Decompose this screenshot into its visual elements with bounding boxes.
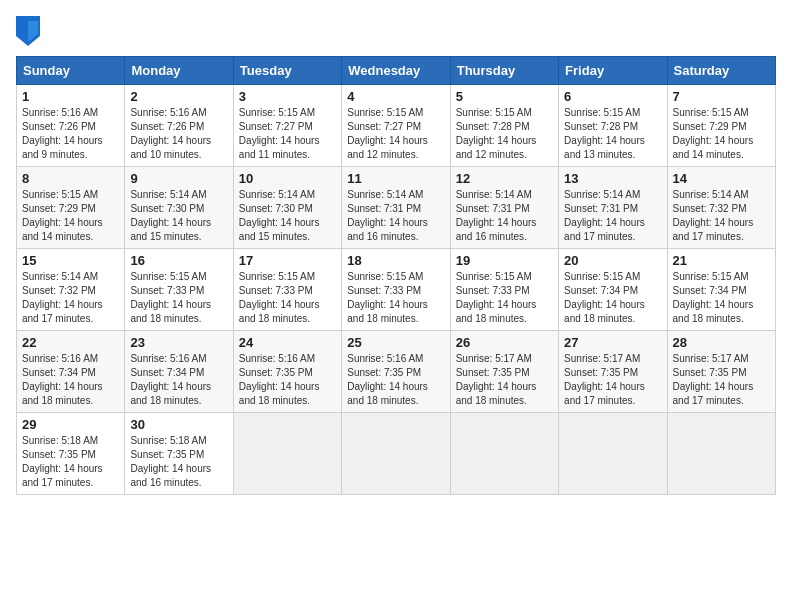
calendar-cell: 21 Sunrise: 5:15 AM Sunset: 7:34 PM Dayl…	[667, 249, 775, 331]
daylight-text: Daylight: 14 hours and 18 minutes.	[130, 381, 211, 406]
day-number: 29	[22, 417, 119, 432]
sunrise-text: Sunrise: 5:15 AM	[239, 271, 315, 282]
sunrise-text: Sunrise: 5:15 AM	[673, 271, 749, 282]
calendar-cell	[450, 413, 558, 495]
calendar-cell: 14 Sunrise: 5:14 AM Sunset: 7:32 PM Dayl…	[667, 167, 775, 249]
day-number: 9	[130, 171, 227, 186]
sunset-text: Sunset: 7:29 PM	[673, 121, 747, 132]
day-info: Sunrise: 5:18 AM Sunset: 7:35 PM Dayligh…	[22, 434, 119, 490]
calendar-cell: 6 Sunrise: 5:15 AM Sunset: 7:28 PM Dayli…	[559, 85, 667, 167]
calendar-cell: 17 Sunrise: 5:15 AM Sunset: 7:33 PM Dayl…	[233, 249, 341, 331]
daylight-text: Daylight: 14 hours and 12 minutes.	[347, 135, 428, 160]
daylight-text: Daylight: 14 hours and 17 minutes.	[22, 463, 103, 488]
calendar-cell: 5 Sunrise: 5:15 AM Sunset: 7:28 PM Dayli…	[450, 85, 558, 167]
daylight-text: Daylight: 14 hours and 18 minutes.	[564, 299, 645, 324]
sunset-text: Sunset: 7:32 PM	[22, 285, 96, 296]
calendar-cell: 15 Sunrise: 5:14 AM Sunset: 7:32 PM Dayl…	[17, 249, 125, 331]
day-number: 17	[239, 253, 336, 268]
daylight-text: Daylight: 14 hours and 18 minutes.	[456, 299, 537, 324]
daylight-text: Daylight: 14 hours and 18 minutes.	[347, 299, 428, 324]
daylight-text: Daylight: 14 hours and 10 minutes.	[130, 135, 211, 160]
day-number: 12	[456, 171, 553, 186]
day-number: 1	[22, 89, 119, 104]
sunrise-text: Sunrise: 5:16 AM	[22, 353, 98, 364]
calendar-week-2: 8 Sunrise: 5:15 AM Sunset: 7:29 PM Dayli…	[17, 167, 776, 249]
day-info: Sunrise: 5:14 AM Sunset: 7:30 PM Dayligh…	[130, 188, 227, 244]
sunrise-text: Sunrise: 5:15 AM	[673, 107, 749, 118]
daylight-text: Daylight: 14 hours and 11 minutes.	[239, 135, 320, 160]
calendar-cell	[559, 413, 667, 495]
sunrise-text: Sunrise: 5:14 AM	[673, 189, 749, 200]
weekday-header-monday: Monday	[125, 57, 233, 85]
sunrise-text: Sunrise: 5:17 AM	[564, 353, 640, 364]
weekday-header-friday: Friday	[559, 57, 667, 85]
day-number: 3	[239, 89, 336, 104]
calendar-cell: 24 Sunrise: 5:16 AM Sunset: 7:35 PM Dayl…	[233, 331, 341, 413]
calendar-cell: 30 Sunrise: 5:18 AM Sunset: 7:35 PM Dayl…	[125, 413, 233, 495]
sunrise-text: Sunrise: 5:14 AM	[456, 189, 532, 200]
day-number: 4	[347, 89, 444, 104]
day-number: 15	[22, 253, 119, 268]
sunrise-text: Sunrise: 5:15 AM	[239, 107, 315, 118]
day-info: Sunrise: 5:15 AM Sunset: 7:33 PM Dayligh…	[456, 270, 553, 326]
day-number: 21	[673, 253, 770, 268]
daylight-text: Daylight: 14 hours and 17 minutes.	[673, 381, 754, 406]
sunset-text: Sunset: 7:35 PM	[673, 367, 747, 378]
calendar-cell: 18 Sunrise: 5:15 AM Sunset: 7:33 PM Dayl…	[342, 249, 450, 331]
daylight-text: Daylight: 14 hours and 17 minutes.	[564, 381, 645, 406]
sunrise-text: Sunrise: 5:15 AM	[456, 271, 532, 282]
sunrise-text: Sunrise: 5:14 AM	[347, 189, 423, 200]
sunset-text: Sunset: 7:34 PM	[130, 367, 204, 378]
sunset-text: Sunset: 7:28 PM	[564, 121, 638, 132]
sunrise-text: Sunrise: 5:15 AM	[564, 271, 640, 282]
sunrise-text: Sunrise: 5:14 AM	[239, 189, 315, 200]
calendar-cell: 13 Sunrise: 5:14 AM Sunset: 7:31 PM Dayl…	[559, 167, 667, 249]
day-number: 5	[456, 89, 553, 104]
day-info: Sunrise: 5:15 AM Sunset: 7:29 PM Dayligh…	[22, 188, 119, 244]
sunset-text: Sunset: 7:28 PM	[456, 121, 530, 132]
daylight-text: Daylight: 14 hours and 17 minutes.	[22, 299, 103, 324]
day-info: Sunrise: 5:16 AM Sunset: 7:34 PM Dayligh…	[22, 352, 119, 408]
weekday-header-sunday: Sunday	[17, 57, 125, 85]
sunset-text: Sunset: 7:32 PM	[673, 203, 747, 214]
day-number: 13	[564, 171, 661, 186]
day-number: 7	[673, 89, 770, 104]
daylight-text: Daylight: 14 hours and 15 minutes.	[239, 217, 320, 242]
day-number: 6	[564, 89, 661, 104]
sunset-text: Sunset: 7:33 PM	[347, 285, 421, 296]
daylight-text: Daylight: 14 hours and 18 minutes.	[239, 299, 320, 324]
day-info: Sunrise: 5:15 AM Sunset: 7:33 PM Dayligh…	[239, 270, 336, 326]
sunset-text: Sunset: 7:34 PM	[22, 367, 96, 378]
sunrise-text: Sunrise: 5:16 AM	[239, 353, 315, 364]
day-info: Sunrise: 5:15 AM Sunset: 7:28 PM Dayligh…	[456, 106, 553, 162]
sunrise-text: Sunrise: 5:18 AM	[22, 435, 98, 446]
sunrise-text: Sunrise: 5:15 AM	[347, 107, 423, 118]
daylight-text: Daylight: 14 hours and 12 minutes.	[456, 135, 537, 160]
calendar-cell: 23 Sunrise: 5:16 AM Sunset: 7:34 PM Dayl…	[125, 331, 233, 413]
daylight-text: Daylight: 14 hours and 16 minutes.	[456, 217, 537, 242]
calendar-cell	[342, 413, 450, 495]
day-info: Sunrise: 5:14 AM Sunset: 7:31 PM Dayligh…	[456, 188, 553, 244]
sunset-text: Sunset: 7:35 PM	[564, 367, 638, 378]
calendar-cell: 2 Sunrise: 5:16 AM Sunset: 7:26 PM Dayli…	[125, 85, 233, 167]
weekday-header-wednesday: Wednesday	[342, 57, 450, 85]
day-info: Sunrise: 5:16 AM Sunset: 7:26 PM Dayligh…	[22, 106, 119, 162]
sunrise-text: Sunrise: 5:16 AM	[130, 353, 206, 364]
day-info: Sunrise: 5:15 AM Sunset: 7:29 PM Dayligh…	[673, 106, 770, 162]
calendar-cell: 20 Sunrise: 5:15 AM Sunset: 7:34 PM Dayl…	[559, 249, 667, 331]
sunrise-text: Sunrise: 5:16 AM	[130, 107, 206, 118]
sunrise-text: Sunrise: 5:15 AM	[456, 107, 532, 118]
sunrise-text: Sunrise: 5:15 AM	[347, 271, 423, 282]
sunrise-text: Sunrise: 5:14 AM	[22, 271, 98, 282]
calendar-cell: 26 Sunrise: 5:17 AM Sunset: 7:35 PM Dayl…	[450, 331, 558, 413]
day-number: 22	[22, 335, 119, 350]
calendar-cell: 28 Sunrise: 5:17 AM Sunset: 7:35 PM Dayl…	[667, 331, 775, 413]
calendar-body: 1 Sunrise: 5:16 AM Sunset: 7:26 PM Dayli…	[17, 85, 776, 495]
sunset-text: Sunset: 7:35 PM	[456, 367, 530, 378]
calendar-cell: 10 Sunrise: 5:14 AM Sunset: 7:30 PM Dayl…	[233, 167, 341, 249]
sunset-text: Sunset: 7:27 PM	[347, 121, 421, 132]
day-info: Sunrise: 5:15 AM Sunset: 7:33 PM Dayligh…	[347, 270, 444, 326]
calendar-cell: 29 Sunrise: 5:18 AM Sunset: 7:35 PM Dayl…	[17, 413, 125, 495]
sunrise-text: Sunrise: 5:14 AM	[564, 189, 640, 200]
sunset-text: Sunset: 7:30 PM	[239, 203, 313, 214]
